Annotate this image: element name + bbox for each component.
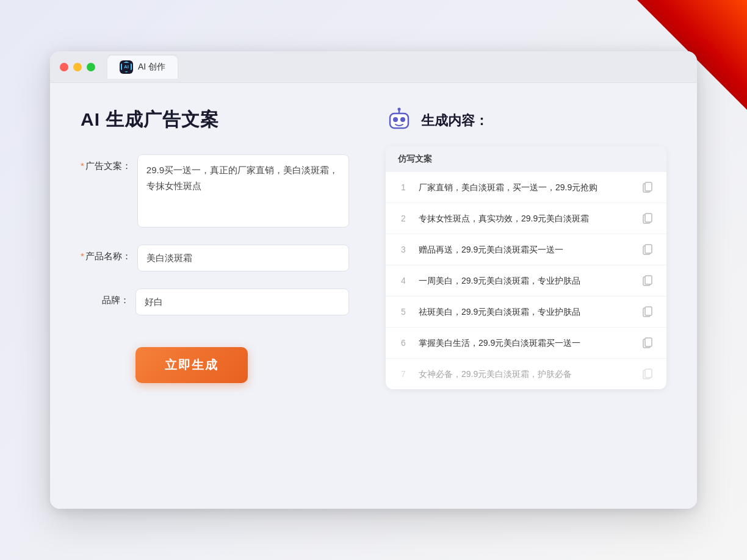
close-button[interactable] [60,63,68,71]
copy-button[interactable] [641,181,654,194]
brand-input[interactable] [135,289,349,315]
product-name-label: *产品名称： [81,245,137,262]
result-text: 祛斑美白，29.9元美白淡斑霜，专业护肤品 [419,306,631,318]
svg-rect-16 [645,338,652,346]
result-row: 6 掌握美白生活，29.9元美白淡斑霜买一送一 [386,328,666,359]
ai-tab[interactable]: AI AI 创作 [107,56,178,79]
svg-rect-18 [645,369,652,378]
brand-label: 品牌： [81,289,135,306]
svg-rect-10 [645,245,652,253]
result-row: 7 女神必备，29.9元美白淡斑霜，护肤必备 [386,359,666,389]
copy-button[interactable] [641,274,654,287]
left-panel: AI 生成广告文案 *广告文案： *产品名称： 品牌： 立即生成 [81,107,349,484]
svg-point-1 [398,108,401,111]
results-list: 1 厂家直销，美白淡斑霜，买一送一，29.9元抢购 2 专抹女性斑点，真实功效，… [386,172,666,389]
main-content: AI 生成广告文案 *广告文案： *产品名称： 品牌： 立即生成 [50,83,697,509]
results-container: 仿写文案 1 厂家直销，美白淡斑霜，买一送一，29.9元抢购 2 专抹女性斑点，… [386,146,666,389]
copy-button[interactable] [641,243,654,256]
ad-copy-group: *广告文案： [81,154,349,228]
result-row: 4 一周美白，29.9元美白淡斑霜，专业护肤品 [386,265,666,296]
svg-point-3 [393,117,398,122]
result-row: 3 赠品再送，29.9元美白淡斑霜买一送一 [386,234,666,265]
generate-button[interactable]: 立即生成 [135,347,248,383]
result-text: 掌握美白生活，29.9元美白淡斑霜买一送一 [419,337,631,350]
copy-button[interactable] [641,367,654,381]
results-header: 仿写文案 [386,146,666,172]
result-text: 一周美白，29.9元美白淡斑霜，专业护肤品 [419,275,631,287]
product-name-group: *产品名称： [81,245,349,271]
brand-group: 品牌： [81,289,349,315]
maximize-button[interactable] [87,63,95,71]
ai-tab-icon: AI [120,60,133,74]
result-row: 5 祛斑美白，29.9元美白淡斑霜，专业护肤品 [386,296,666,328]
minimize-button[interactable] [73,63,82,71]
result-number: 4 [398,276,409,285]
robot-icon [386,107,413,134]
window-controls [60,63,95,71]
result-number: 1 [398,182,409,192]
result-row: 2 专抹女性斑点，真实功效，29.9元美白淡斑霜 [386,203,666,234]
ad-copy-label: *广告文案： [81,154,137,172]
browser-window: AI AI 创作 AI 生成广告文案 *广告文案： *产品名称： [50,51,697,509]
svg-rect-14 [645,307,652,315]
right-panel: 生成内容： 仿写文案 1 厂家直销，美白淡斑霜，买一送一，29.9元抢购 2 专… [386,107,666,484]
result-text: 厂家直销，美白淡斑霜，买一送一，29.9元抢购 [419,181,631,194]
ad-copy-input[interactable] [137,154,349,228]
tab-label: AI 创作 [138,62,165,73]
result-text: 女神必备，29.9元美白淡斑霜，护肤必备 [419,368,631,381]
result-number: 7 [398,369,409,379]
svg-rect-12 [645,276,652,284]
result-text: 专抹女性斑点，真实功效，29.9元美白淡斑霜 [419,212,631,225]
result-number: 2 [398,214,409,223]
copy-button[interactable] [641,336,654,350]
copy-button[interactable] [641,305,654,318]
svg-rect-8 [645,214,652,222]
title-bar: AI AI 创作 [50,51,697,83]
result-number: 3 [398,245,409,254]
product-name-input[interactable] [137,245,349,271]
result-number: 5 [398,307,409,317]
right-header: 生成内容： [386,107,666,134]
page-title: AI 生成广告文案 [81,107,349,132]
right-panel-title: 生成内容： [421,112,488,130]
svg-point-4 [400,117,405,122]
svg-rect-6 [645,182,652,191]
result-text: 赠品再送，29.9元美白淡斑霜买一送一 [419,243,631,256]
copy-button[interactable] [641,212,654,225]
result-row: 1 厂家直销，美白淡斑霜，买一送一，29.9元抢购 [386,172,666,203]
result-number: 6 [398,338,409,348]
